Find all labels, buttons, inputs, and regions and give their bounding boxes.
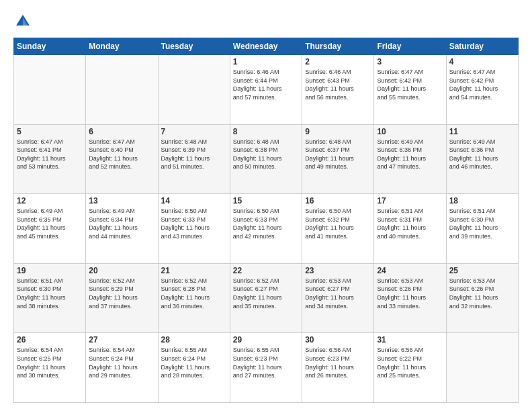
day-info: Sunrise: 6:49 AM Sunset: 6:35 PM Dayligh… xyxy=(17,207,83,240)
day-info: Sunrise: 6:47 AM Sunset: 6:41 PM Dayligh… xyxy=(17,138,83,171)
day-info: Sunrise: 6:52 AM Sunset: 6:28 PM Dayligh… xyxy=(161,277,227,310)
day-info: Sunrise: 6:52 AM Sunset: 6:29 PM Dayligh… xyxy=(89,277,154,310)
calendar-day-cell: 26Sunrise: 6:54 AM Sunset: 6:25 PM Dayli… xyxy=(14,333,86,403)
calendar-week-row: 5Sunrise: 6:47 AM Sunset: 6:41 PM Daylig… xyxy=(14,124,519,194)
day-number: 15 xyxy=(233,196,299,205)
calendar-day-cell: 5Sunrise: 6:47 AM Sunset: 6:41 PM Daylig… xyxy=(14,124,86,194)
day-number: 22 xyxy=(233,266,299,275)
calendar-day-cell: 31Sunrise: 6:56 AM Sunset: 6:22 PM Dayli… xyxy=(374,333,446,403)
day-info: Sunrise: 6:47 AM Sunset: 6:42 PM Dayligh… xyxy=(377,68,443,101)
day-number: 6 xyxy=(89,127,154,136)
calendar-day-cell: 8Sunrise: 6:48 AM Sunset: 6:38 PM Daylig… xyxy=(230,124,302,194)
day-number: 16 xyxy=(305,196,371,205)
calendar-day-cell: 11Sunrise: 6:49 AM Sunset: 6:36 PM Dayli… xyxy=(446,124,518,194)
calendar-day-cell: 3Sunrise: 6:47 AM Sunset: 6:42 PM Daylig… xyxy=(374,55,446,125)
day-info: Sunrise: 6:53 AM Sunset: 6:26 PM Dayligh… xyxy=(377,277,443,310)
day-number: 5 xyxy=(17,127,83,136)
day-info: Sunrise: 6:53 AM Sunset: 6:26 PM Dayligh… xyxy=(449,277,515,310)
day-number: 24 xyxy=(377,266,443,275)
day-info: Sunrise: 6:50 AM Sunset: 6:32 PM Dayligh… xyxy=(305,207,371,240)
calendar-week-row: 12Sunrise: 6:49 AM Sunset: 6:35 PM Dayli… xyxy=(14,194,519,264)
page: SundayMondayTuesdayWednesdayThursdayFrid… xyxy=(0,0,532,411)
day-number: 2 xyxy=(305,57,371,66)
day-info: Sunrise: 6:55 AM Sunset: 6:24 PM Dayligh… xyxy=(161,346,227,379)
day-number: 25 xyxy=(449,266,515,275)
day-info: Sunrise: 6:56 AM Sunset: 6:23 PM Dayligh… xyxy=(305,346,371,379)
calendar-header-row: SundayMondayTuesdayWednesdayThursdayFrid… xyxy=(14,38,519,55)
day-number: 19 xyxy=(17,266,83,275)
day-number: 29 xyxy=(233,335,299,345)
calendar-day-cell: 2Sunrise: 6:46 AM Sunset: 6:43 PM Daylig… xyxy=(302,55,374,125)
day-number: 13 xyxy=(89,196,154,205)
calendar-header-wednesday: Wednesday xyxy=(230,38,302,55)
calendar-day-cell: 13Sunrise: 6:49 AM Sunset: 6:34 PM Dayli… xyxy=(86,194,158,264)
day-number: 26 xyxy=(17,335,83,345)
day-info: Sunrise: 6:54 AM Sunset: 6:24 PM Dayligh… xyxy=(89,346,154,379)
day-info: Sunrise: 6:47 AM Sunset: 6:42 PM Dayligh… xyxy=(449,68,515,101)
calendar-day-cell: 16Sunrise: 6:50 AM Sunset: 6:32 PM Dayli… xyxy=(302,194,374,264)
calendar-header-thursday: Thursday xyxy=(302,38,374,55)
calendar-day-cell: 9Sunrise: 6:48 AM Sunset: 6:37 PM Daylig… xyxy=(302,124,374,194)
calendar-day-cell: 18Sunrise: 6:51 AM Sunset: 6:30 PM Dayli… xyxy=(446,194,518,264)
day-number: 18 xyxy=(449,196,515,205)
calendar-day-cell: 14Sunrise: 6:50 AM Sunset: 6:33 PM Dayli… xyxy=(158,194,230,264)
day-info: Sunrise: 6:51 AM Sunset: 6:30 PM Dayligh… xyxy=(17,277,83,310)
day-number: 27 xyxy=(89,335,154,345)
calendar-day-cell: 28Sunrise: 6:55 AM Sunset: 6:24 PM Dayli… xyxy=(158,333,230,403)
day-info: Sunrise: 6:46 AM Sunset: 6:44 PM Dayligh… xyxy=(233,68,299,101)
calendar-day-cell: 1Sunrise: 6:46 AM Sunset: 6:44 PM Daylig… xyxy=(230,55,302,125)
day-info: Sunrise: 6:50 AM Sunset: 6:33 PM Dayligh… xyxy=(161,207,227,240)
day-info: Sunrise: 6:47 AM Sunset: 6:40 PM Dayligh… xyxy=(89,138,154,171)
day-number: 12 xyxy=(17,196,83,205)
day-info: Sunrise: 6:48 AM Sunset: 6:37 PM Dayligh… xyxy=(305,138,371,171)
calendar-day-cell xyxy=(158,55,230,125)
calendar-day-cell: 7Sunrise: 6:48 AM Sunset: 6:39 PM Daylig… xyxy=(158,124,230,194)
calendar-day-cell: 22Sunrise: 6:52 AM Sunset: 6:27 PM Dayli… xyxy=(230,263,302,333)
day-info: Sunrise: 6:53 AM Sunset: 6:27 PM Dayligh… xyxy=(305,277,371,310)
day-info: Sunrise: 6:56 AM Sunset: 6:22 PM Dayligh… xyxy=(377,346,443,379)
day-number: 8 xyxy=(233,127,299,136)
calendar-day-cell: 6Sunrise: 6:47 AM Sunset: 6:40 PM Daylig… xyxy=(86,124,158,194)
calendar-day-cell: 20Sunrise: 6:52 AM Sunset: 6:29 PM Dayli… xyxy=(86,263,158,333)
calendar-day-cell: 24Sunrise: 6:53 AM Sunset: 6:26 PM Dayli… xyxy=(374,263,446,333)
day-number: 4 xyxy=(449,57,515,66)
day-number: 30 xyxy=(305,335,371,345)
day-info: Sunrise: 6:48 AM Sunset: 6:39 PM Dayligh… xyxy=(161,138,227,171)
day-info: Sunrise: 6:55 AM Sunset: 6:23 PM Dayligh… xyxy=(233,346,299,379)
calendar-header-saturday: Saturday xyxy=(446,38,518,55)
calendar-day-cell xyxy=(14,55,86,125)
day-number: 9 xyxy=(305,127,371,136)
logo xyxy=(13,12,35,31)
day-info: Sunrise: 6:49 AM Sunset: 6:36 PM Dayligh… xyxy=(449,138,515,171)
calendar-header-sunday: Sunday xyxy=(14,38,86,55)
logo-icon xyxy=(13,12,32,31)
day-number: 14 xyxy=(161,196,227,205)
calendar-table: SundayMondayTuesdayWednesdayThursdayFrid… xyxy=(13,38,519,403)
day-info: Sunrise: 6:51 AM Sunset: 6:30 PM Dayligh… xyxy=(449,207,515,240)
day-number: 10 xyxy=(377,127,443,136)
day-number: 20 xyxy=(89,266,154,275)
calendar-day-cell: 12Sunrise: 6:49 AM Sunset: 6:35 PM Dayli… xyxy=(14,194,86,264)
calendar-week-row: 19Sunrise: 6:51 AM Sunset: 6:30 PM Dayli… xyxy=(14,263,519,333)
day-number: 23 xyxy=(305,266,371,275)
calendar-day-cell xyxy=(86,55,158,125)
calendar-day-cell: 10Sunrise: 6:49 AM Sunset: 6:36 PM Dayli… xyxy=(374,124,446,194)
day-number: 28 xyxy=(161,335,227,345)
day-info: Sunrise: 6:50 AM Sunset: 6:33 PM Dayligh… xyxy=(233,207,299,240)
calendar-day-cell: 27Sunrise: 6:54 AM Sunset: 6:24 PM Dayli… xyxy=(86,333,158,403)
day-number: 31 xyxy=(377,335,443,345)
day-info: Sunrise: 6:46 AM Sunset: 6:43 PM Dayligh… xyxy=(305,68,371,101)
day-info: Sunrise: 6:52 AM Sunset: 6:27 PM Dayligh… xyxy=(233,277,299,310)
calendar-day-cell: 17Sunrise: 6:51 AM Sunset: 6:31 PM Dayli… xyxy=(374,194,446,264)
day-number: 17 xyxy=(377,196,443,205)
day-number: 21 xyxy=(161,266,227,275)
day-info: Sunrise: 6:51 AM Sunset: 6:31 PM Dayligh… xyxy=(377,207,443,240)
calendar-day-cell: 30Sunrise: 6:56 AM Sunset: 6:23 PM Dayli… xyxy=(302,333,374,403)
calendar-header-tuesday: Tuesday xyxy=(158,38,230,55)
day-number: 1 xyxy=(233,57,299,66)
calendar-header-monday: Monday xyxy=(86,38,158,55)
header xyxy=(13,12,519,31)
calendar-header-friday: Friday xyxy=(374,38,446,55)
calendar-day-cell: 19Sunrise: 6:51 AM Sunset: 6:30 PM Dayli… xyxy=(14,263,86,333)
day-number: 3 xyxy=(377,57,443,66)
